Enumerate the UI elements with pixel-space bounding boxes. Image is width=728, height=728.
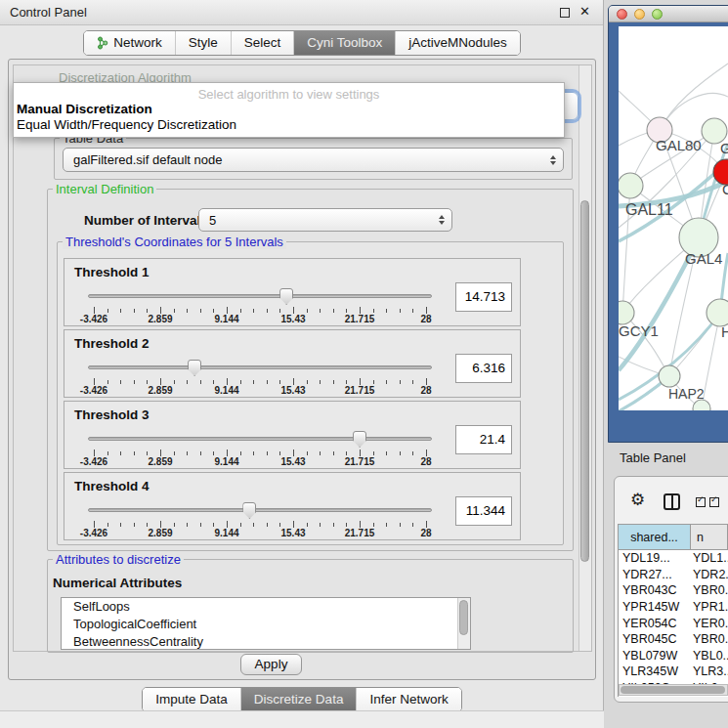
column-header-1[interactable]: shared... bbox=[619, 525, 691, 550]
network-canvas[interactable]: GAL80GACGAL11GAL4GCY1HHAP2 bbox=[619, 26, 728, 410]
tab-select[interactable]: Select bbox=[231, 31, 294, 55]
table-row[interactable]: YBR043CYBR0... bbox=[619, 582, 728, 599]
split-columns-icon[interactable] bbox=[664, 493, 680, 510]
tick-mark bbox=[227, 521, 228, 528]
tick-mark bbox=[253, 309, 254, 313]
slider-thumb[interactable] bbox=[242, 502, 256, 519]
tab-jactivemnodules[interactable]: jActiveMNodules bbox=[395, 31, 520, 55]
checkbox-icon[interactable] bbox=[696, 497, 706, 507]
network-node-label: GAL4 bbox=[685, 250, 722, 267]
tick-mark bbox=[360, 450, 361, 456]
threshold-value-field[interactable]: 11.344 bbox=[455, 496, 512, 526]
tab-label: Discretize Data bbox=[254, 692, 344, 707]
top-tabstrip: NetworkStyleSelectCyni ToolboxjActiveMNo… bbox=[83, 30, 521, 56]
tick-label: -3.426 bbox=[80, 528, 107, 538]
tab-cyni-toolbox[interactable]: Cyni Toolbox bbox=[293, 31, 395, 55]
tick-label: 21.715 bbox=[345, 456, 375, 467]
attribute-item-betweennesscentrality[interactable]: BetweennessCentrality bbox=[62, 633, 470, 650]
table-row[interactable]: YBR045CYBR0... bbox=[619, 631, 728, 648]
network-node-label: GCY1 bbox=[619, 322, 659, 339]
tick-mark bbox=[386, 451, 387, 455]
network-node-gal11[interactable] bbox=[619, 173, 643, 198]
tab-style[interactable]: Style bbox=[175, 31, 231, 55]
column-header-2[interactable]: n bbox=[691, 525, 728, 550]
slider-track[interactable] bbox=[88, 437, 432, 441]
network-node-gcy1[interactable] bbox=[619, 301, 634, 324]
tick-label: 2.859 bbox=[148, 456, 172, 467]
table-row[interactable]: YDR27...YDR2... bbox=[619, 567, 728, 583]
tab-label: Impute Data bbox=[155, 692, 228, 707]
attributes-scrollbar[interactable] bbox=[457, 598, 470, 649]
table-cell: YDR27... bbox=[619, 568, 691, 581]
tab-infer-network[interactable]: Infer Network bbox=[356, 688, 460, 711]
tick-mark bbox=[346, 309, 347, 313]
vertical-scrollbar-thumb[interactable] bbox=[580, 200, 589, 562]
tick-mark bbox=[333, 309, 334, 313]
thresholds-group: Threshold 1-3.4262.8599.14415.4321.71528… bbox=[57, 241, 564, 545]
tick-mark bbox=[134, 451, 135, 455]
vertical-scrollbar[interactable] bbox=[578, 65, 591, 651]
attributes-scrollbar-thumb[interactable] bbox=[459, 600, 468, 635]
tab-impute-data[interactable]: Impute Data bbox=[143, 688, 240, 711]
tick-mark bbox=[147, 380, 148, 384]
threshold-slider[interactable]: -3.4262.8599.14415.4321.71528 bbox=[88, 358, 432, 397]
tab-discretize-data[interactable]: Discretize Data bbox=[240, 688, 357, 711]
tab-label: Infer Network bbox=[369, 692, 448, 707]
threshold-value-field[interactable]: 6.316 bbox=[455, 354, 512, 383]
tick-mark bbox=[227, 378, 228, 385]
close-icon[interactable]: ✕ bbox=[579, 4, 590, 19]
table-data-combobox[interactable]: galFiltered.sif default node bbox=[63, 148, 564, 172]
tick-mark bbox=[346, 380, 347, 384]
horizontal-scrollbar[interactable] bbox=[619, 684, 728, 696]
tab-network[interactable]: Network bbox=[84, 31, 175, 55]
threshold-slider[interactable]: -3.4262.8599.14415.4321.71528 bbox=[88, 429, 432, 468]
threshold-slider[interactable]: -3.4262.8599.14415.4321.71528 bbox=[88, 286, 432, 325]
horizontal-scrollbar-thumb[interactable] bbox=[621, 686, 725, 694]
algorithm-option-manual-discretization[interactable]: Manual Discretization bbox=[14, 102, 564, 117]
table-cell: YDL1... bbox=[691, 551, 728, 565]
table-row[interactable]: YDL19...YDL1... bbox=[619, 550, 728, 567]
slider-track[interactable] bbox=[88, 365, 432, 369]
number-of-intervals-combobox[interactable]: 5 bbox=[198, 208, 452, 232]
checkbox-icon[interactable] bbox=[709, 497, 719, 507]
network-node-hap2[interactable] bbox=[659, 365, 680, 387]
gear-icon[interactable]: ⚙ bbox=[630, 490, 645, 510]
tick-mark bbox=[253, 380, 254, 384]
table-row[interactable]: YBL079WYBL0... bbox=[619, 648, 728, 664]
threshold-value-field[interactable]: 14.713 bbox=[455, 282, 512, 312]
threshold-slider[interactable]: -3.4262.8599.14415.4321.71528 bbox=[88, 500, 432, 539]
slider-track[interactable] bbox=[88, 508, 432, 512]
slider-thumb[interactable] bbox=[188, 360, 201, 376]
tick-mark bbox=[267, 451, 268, 455]
zoom-traffic-light-icon[interactable] bbox=[652, 9, 663, 20]
close-traffic-light-icon[interactable] bbox=[617, 9, 627, 20]
slider-thumb[interactable] bbox=[279, 288, 293, 305]
network-node-h[interactable] bbox=[707, 299, 728, 326]
tick-mark bbox=[333, 523, 334, 527]
tab-label: Style bbox=[189, 35, 218, 50]
tick-mark bbox=[412, 380, 413, 384]
tab-label: jActiveMNodules bbox=[408, 35, 507, 50]
table-row[interactable]: YER054CYER0... bbox=[619, 615, 728, 631]
attribute-item-topologicalcoefficient[interactable]: TopologicalCoefficient bbox=[62, 616, 470, 633]
threshold-value-field[interactable]: 21.4 bbox=[455, 425, 512, 454]
number-of-intervals-label: Number of Intervals bbox=[84, 213, 208, 228]
minimize-traffic-light-icon[interactable] bbox=[634, 9, 645, 20]
table-row[interactable]: YPR145WYPR1... bbox=[619, 599, 728, 616]
attribute-item-selfloops[interactable]: SelfLoops bbox=[62, 598, 470, 616]
tick-mark bbox=[333, 451, 334, 455]
tick-mark bbox=[160, 307, 161, 314]
algorithm-option-equal-width-frequency-discretization[interactable]: Equal Width/Frequency Discretization bbox=[14, 117, 564, 133]
tick-mark bbox=[267, 523, 268, 527]
tick-mark bbox=[307, 451, 308, 455]
float-window-icon[interactable] bbox=[560, 8, 570, 18]
apply-button[interactable]: Apply bbox=[240, 654, 302, 675]
table-row[interactable]: YLR345WYLR3... bbox=[619, 664, 728, 680]
numerical-attributes-list[interactable]: SelfLoopsTopologicalCoefficientBetweenne… bbox=[61, 597, 471, 650]
table-cell: YBR0... bbox=[691, 632, 728, 646]
slider-thumb[interactable] bbox=[353, 431, 366, 448]
slider-track[interactable] bbox=[88, 294, 432, 298]
network-node-label: C bbox=[722, 181, 728, 197]
tick-mark bbox=[120, 309, 121, 313]
node-attribute-table: shared...n YDL19...YDL1...YDR27...YDR2..… bbox=[618, 524, 728, 697]
